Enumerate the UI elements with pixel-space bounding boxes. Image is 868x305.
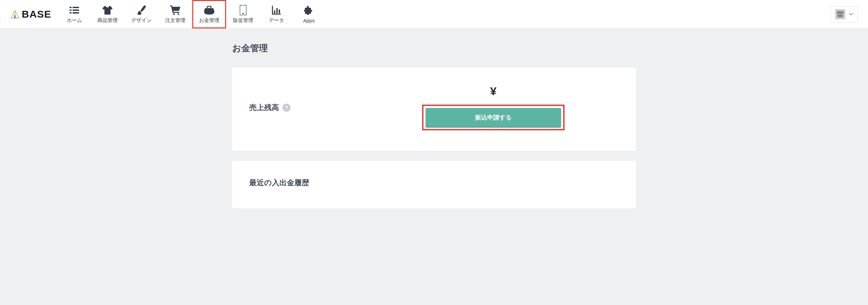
list-icon (69, 5, 79, 15)
page-content: お金管理 売上残高 ? ¥ 振込申請する 最近の入出金履歴 (222, 29, 646, 232)
brush-icon (136, 5, 146, 15)
svg-rect-3 (73, 9, 79, 11)
page-title: お金管理 (232, 42, 636, 54)
nav-label: ホーム (67, 17, 82, 24)
nav-label: お金管理 (199, 17, 219, 24)
svg-point-6 (173, 13, 175, 15)
chevron-down-icon (849, 13, 853, 16)
nav-design[interactable]: デザイン (124, 0, 158, 28)
nav-orders[interactable]: 注文管理 (158, 0, 192, 28)
nav-products[interactable]: 商品管理 (91, 0, 124, 28)
svg-rect-10 (272, 6, 273, 15)
store-icon (835, 9, 845, 19)
svg-rect-14 (279, 9, 280, 13)
svg-point-9 (242, 13, 244, 14)
nav-label: 商品管理 (97, 17, 118, 24)
nav-label: 注文管理 (165, 17, 185, 24)
nav-promotion[interactable]: 販促管理 (226, 0, 260, 28)
shirt-icon (102, 5, 113, 15)
nav-label: デザイン (131, 17, 152, 24)
transfer-highlight-box: 振込申請する (422, 105, 565, 130)
svg-rect-5 (73, 12, 79, 14)
svg-rect-11 (272, 14, 281, 15)
main-nav: ホーム 商品管理 デザイン (58, 0, 325, 28)
purse-icon (204, 5, 214, 15)
svg-point-7 (178, 13, 179, 15)
logo[interactable]: BASE (10, 8, 51, 20)
header-right (831, 6, 858, 22)
chart-icon (271, 5, 281, 15)
svg-rect-15 (837, 14, 843, 17)
nav-label: データ (269, 17, 284, 24)
svg-rect-0 (70, 7, 72, 8)
nav-label: Apps (303, 18, 315, 23)
transfer-request-button[interactable]: 振込申請する (426, 108, 561, 127)
tent-icon (10, 9, 20, 19)
nav-data[interactable]: データ (260, 0, 293, 28)
puzzle-icon (304, 5, 314, 16)
balance-row: 売上残高 ? ¥ 振込申請する (249, 85, 619, 130)
history-card: 最近の入出金履歴 (232, 161, 636, 208)
svg-rect-13 (276, 8, 278, 13)
help-icon[interactable]: ? (282, 104, 291, 112)
user-menu-dropdown[interactable] (831, 6, 858, 22)
balance-label-wrap: 売上残高 ? (249, 103, 368, 113)
balance-action: ¥ 振込申請する (368, 85, 619, 130)
balance-label: 売上残高 (249, 103, 279, 113)
svg-rect-1 (73, 7, 79, 8)
balance-amount: ¥ (490, 85, 497, 98)
phone-icon (238, 5, 248, 15)
nav-home[interactable]: ホーム (58, 0, 91, 28)
balance-card: 売上残高 ? ¥ 振込申請する (232, 68, 636, 151)
history-title: 最近の入出金履歴 (249, 178, 619, 188)
nav-money[interactable]: お金管理 (192, 0, 226, 28)
cart-icon (170, 5, 180, 15)
svg-rect-2 (70, 9, 72, 11)
nav-apps[interactable]: Apps (293, 0, 325, 28)
nav-label: 販促管理 (233, 17, 253, 24)
top-navbar: BASE ホーム 商品管理 (0, 0, 868, 29)
logo-text: BASE (22, 8, 51, 20)
svg-rect-4 (70, 12, 72, 14)
svg-rect-12 (274, 10, 275, 13)
